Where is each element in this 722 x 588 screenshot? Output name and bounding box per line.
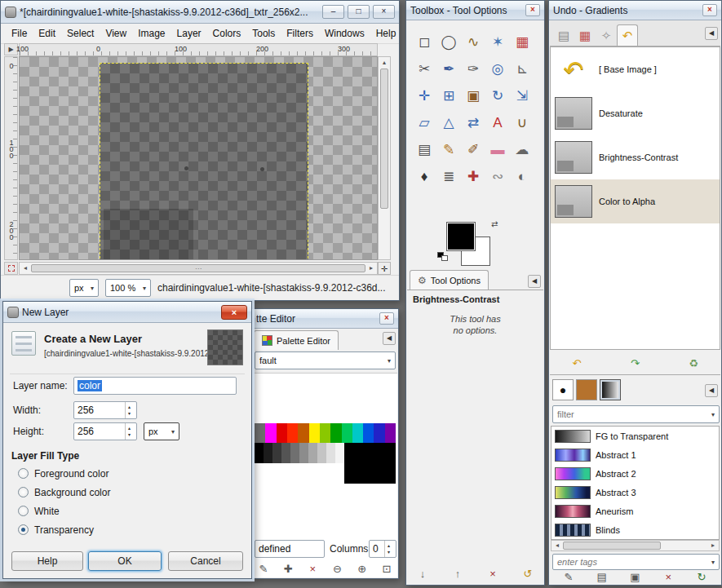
undo-history-tab[interactable]: ↶ bbox=[617, 24, 638, 46]
close-button[interactable]: × bbox=[702, 4, 717, 16]
scissors-select-tool[interactable]: ✂ bbox=[412, 55, 436, 82]
gradient-item-fg-to-transparent[interactable]: FG to Transparent bbox=[551, 427, 719, 445]
gradient-item-abstract-1[interactable]: Abstract 1 bbox=[551, 445, 719, 464]
move-tool[interactable]: ✛ bbox=[412, 82, 436, 109]
gradient-item-abstract-2[interactable]: Abstract 2 bbox=[551, 464, 719, 483]
save-options-icon[interactable]: ↓ bbox=[414, 566, 431, 581]
zoom-out-icon[interactable]: ⊖ bbox=[330, 561, 346, 576]
menu-windows[interactable]: Windows bbox=[319, 26, 370, 41]
new-gradient-icon[interactable]: ▤ bbox=[594, 569, 610, 584]
cancel-button[interactable]: Cancel bbox=[168, 551, 243, 571]
palette-swatch[interactable] bbox=[320, 423, 330, 443]
select-by-color-tool[interactable]: ▦ bbox=[510, 29, 534, 55]
blend-tool[interactable]: ▤ bbox=[412, 136, 436, 163]
airbrush-tool[interactable]: ☁ bbox=[510, 136, 534, 163]
quick-mask-button[interactable] bbox=[4, 262, 18, 275]
radio-foreground-color[interactable] bbox=[18, 468, 29, 479]
clone-tool[interactable]: ≣ bbox=[436, 163, 461, 190]
palette-swatch[interactable] bbox=[308, 443, 317, 463]
menu-tools[interactable]: Tools bbox=[246, 26, 281, 41]
close-button[interactable]: × bbox=[525, 4, 540, 16]
help-button[interactable]: Help bbox=[11, 551, 83, 571]
image-window-title-bar[interactable]: *[chairdiningvalue1-white-[shastakiss-9.… bbox=[1, 1, 399, 24]
restore-button[interactable]: □ bbox=[348, 5, 370, 19]
restore-options-icon[interactable]: ↑ bbox=[450, 566, 466, 581]
spinner-arrows[interactable]: ▴▾ bbox=[125, 402, 133, 418]
radio-label[interactable]: Foreground color bbox=[34, 468, 109, 480]
menu-layer[interactable]: Layer bbox=[171, 26, 207, 41]
dialog-title-bar[interactable]: New Layer × bbox=[3, 302, 251, 323]
undo-item-color-to-alpha[interactable]: Color to Alpha bbox=[551, 179, 720, 223]
gradient-item-abstract-3[interactable]: Abstract 3 bbox=[551, 483, 719, 502]
ellipse-select-tool[interactable]: ◯ bbox=[436, 29, 461, 55]
paintbrush-tool[interactable]: ✐ bbox=[461, 136, 485, 163]
paths-tool[interactable]: ✒ bbox=[436, 55, 461, 82]
palette-swatch[interactable] bbox=[299, 443, 308, 463]
palette-swatch[interactable] bbox=[342, 423, 352, 443]
zoom-combo[interactable]: 100 % ▾ bbox=[105, 279, 151, 297]
radio-transparency[interactable] bbox=[18, 524, 29, 535]
spin-up-icon[interactable]: ▴ bbox=[385, 542, 392, 549]
gradient-scrollbar[interactable]: ◂ ▸ bbox=[551, 540, 720, 551]
gradient-scroll-thumb[interactable] bbox=[563, 542, 661, 550]
palette-swatch[interactable] bbox=[290, 443, 299, 463]
palette-swatch[interactable] bbox=[309, 423, 320, 443]
canvas-viewport[interactable] bbox=[19, 56, 378, 260]
menu-help[interactable]: Help bbox=[370, 26, 402, 41]
spin-up-icon[interactable]: ▴ bbox=[126, 425, 133, 431]
menu-colors[interactable]: Colors bbox=[207, 26, 247, 41]
scroll-left-icon[interactable]: ◂ bbox=[20, 263, 31, 274]
palette-swatch[interactable] bbox=[374, 423, 384, 443]
palette-swatch[interactable] bbox=[277, 423, 287, 443]
free-select-tool[interactable]: ∿ bbox=[461, 29, 485, 55]
measure-tool[interactable]: ⊾ bbox=[510, 55, 534, 82]
spin-up-icon[interactable]: ▴ bbox=[126, 404, 133, 410]
pencil-tool[interactable]: ✎ bbox=[436, 136, 461, 163]
unit-combo[interactable]: px ▾ bbox=[144, 422, 179, 440]
tags-combo[interactable]: enter tags ▾ bbox=[552, 554, 720, 570]
ink-tool[interactable]: ♦ bbox=[412, 163, 436, 190]
delete-color-icon[interactable]: × bbox=[304, 561, 321, 576]
radio-label[interactable]: White bbox=[34, 506, 60, 517]
toolbox-title-bar[interactable]: Toolbox - Tool Options × bbox=[406, 1, 544, 20]
minimize-button[interactable]: – bbox=[322, 5, 344, 19]
undo-title-bar[interactable]: Undo - Gradients × bbox=[549, 1, 721, 20]
channels-tab[interactable]: ▦ bbox=[574, 24, 596, 46]
patterns-tab[interactable] bbox=[576, 379, 597, 400]
undo-item-base-image[interactable]: ↶ [ Base Image ] bbox=[551, 47, 720, 91]
undo-item-desaturate[interactable]: Desaturate bbox=[551, 91, 720, 135]
dock-menu-button[interactable]: ◀ bbox=[528, 275, 541, 288]
unit-combo[interactable]: px ▾ bbox=[69, 279, 99, 297]
palette-swatch[interactable] bbox=[335, 443, 344, 463]
palette-swatch[interactable] bbox=[265, 423, 276, 443]
reset-options-icon[interactable]: ↺ bbox=[520, 566, 536, 581]
close-button[interactable]: × bbox=[379, 312, 394, 325]
foreground-color-swatch[interactable] bbox=[447, 223, 475, 250]
swap-colors-icon[interactable]: ⇄ bbox=[491, 219, 498, 228]
eraser-tool[interactable]: ▬ bbox=[485, 136, 510, 163]
filter-combo[interactable]: filter ▾ bbox=[552, 405, 720, 423]
columns-spinner[interactable]: 0 ▴▾ bbox=[369, 540, 396, 558]
perspective-tool[interactable]: △ bbox=[436, 109, 461, 136]
paths-tab[interactable]: ✧ bbox=[596, 24, 617, 46]
delete-options-icon[interactable]: × bbox=[485, 566, 501, 581]
new-color-icon[interactable]: ✚ bbox=[280, 561, 296, 576]
scale-tool[interactable]: ⇲ bbox=[510, 82, 534, 109]
menu-filters[interactable]: Filters bbox=[281, 26, 319, 41]
edit-color-icon[interactable]: ✎ bbox=[255, 561, 272, 576]
align-tool[interactable]: ⊞ bbox=[436, 82, 461, 109]
edit-gradient-icon[interactable]: ✎ bbox=[560, 569, 577, 584]
width-spinner[interactable]: 256 ▴▾ bbox=[73, 401, 137, 419]
clear-history-icon[interactable]: ♻ bbox=[685, 356, 702, 370]
radio-white[interactable] bbox=[18, 506, 29, 516]
palette-swatch[interactable] bbox=[330, 423, 341, 443]
redo-icon[interactable]: ↷ bbox=[627, 356, 644, 370]
scroll-right-icon[interactable]: ▸ bbox=[365, 263, 377, 274]
flip-tool[interactable]: ⇄ bbox=[461, 109, 485, 136]
fuzzy-select-tool[interactable]: ✶ bbox=[485, 29, 510, 55]
navigation-button[interactable]: ✛ bbox=[378, 262, 391, 275]
zoom-in-icon[interactable]: ⊕ bbox=[354, 561, 370, 576]
palette-white-block[interactable] bbox=[255, 463, 344, 484]
layers-tab[interactable]: ▤ bbox=[553, 24, 574, 46]
tab-tool-options[interactable]: ⚙ Tool Options bbox=[410, 270, 489, 290]
